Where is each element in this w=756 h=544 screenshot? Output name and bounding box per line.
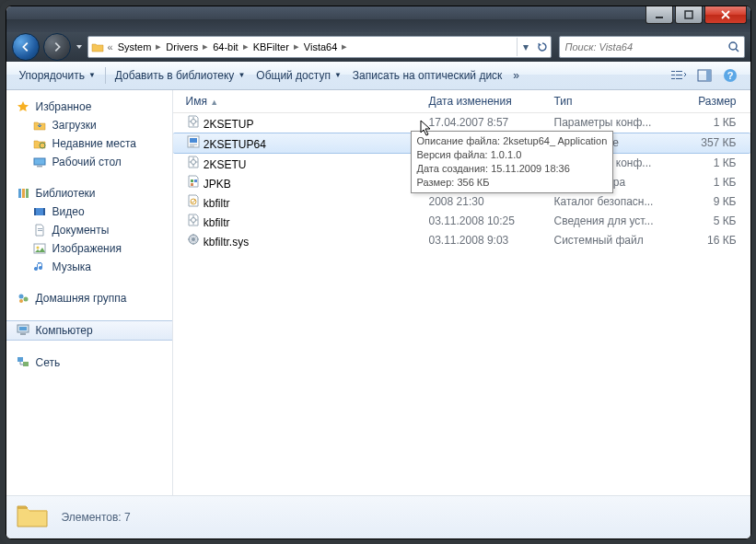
computer-header[interactable]: Компьютер xyxy=(6,320,172,341)
add-to-library-menu[interactable]: Добавить в библиотеку▼ xyxy=(110,69,250,82)
downloads-icon xyxy=(32,118,47,133)
svg-rect-20 xyxy=(34,208,36,215)
svg-rect-0 xyxy=(656,17,663,18)
svg-rect-6 xyxy=(676,75,682,75)
homegroup-icon xyxy=(16,291,30,306)
sidebar-item-desktop[interactable]: Рабочий стол xyxy=(6,153,172,171)
favorites-header[interactable]: Избранное xyxy=(6,98,172,116)
svg-rect-36 xyxy=(190,138,197,143)
explorer-window: « System▸ Drivers▸ 64-bit▸ KBFilter▸ Vis… xyxy=(6,6,751,539)
status-text: Элементов: 7 xyxy=(62,511,131,524)
file-size: 16 КБ xyxy=(672,234,744,247)
file-type: Системный файл xyxy=(547,234,672,247)
address-bar[interactable]: « System▸ Drivers▸ 64-bit▸ KBFilter▸ Vis… xyxy=(87,36,552,58)
search-box[interactable] xyxy=(559,36,745,58)
organize-menu[interactable]: Упорядочить▼ xyxy=(14,69,101,82)
file-name: 2KSETUP xyxy=(204,118,254,131)
burn-button[interactable]: Записать на оптический диск xyxy=(347,69,508,82)
desktop-icon xyxy=(32,155,47,169)
minimize-button[interactable] xyxy=(646,6,673,24)
search-icon[interactable] xyxy=(724,41,744,53)
column-date[interactable]: Дата изменения xyxy=(422,95,547,108)
libraries-icon xyxy=(16,186,30,201)
file-row[interactable]: kbfiltr2008 21:30Каталог безопасн...9 КБ xyxy=(173,192,750,212)
toolbar-overflow[interactable]: » xyxy=(507,69,525,82)
sidebar-item-videos[interactable]: Видео xyxy=(6,203,172,221)
breadcrumb-item[interactable]: Vista64 xyxy=(300,41,342,52)
libraries-header[interactable]: Библиотеки xyxy=(6,184,172,203)
file-row[interactable]: kbfiltr.sys03.11.2008 9:03Системный файл… xyxy=(173,231,750,250)
column-name[interactable]: Имя ▲ xyxy=(179,95,422,108)
folder-icon xyxy=(16,501,49,534)
svg-point-44 xyxy=(192,237,195,241)
breadcrumb: « System▸ Drivers▸ 64-bit▸ KBFilter▸ Vis… xyxy=(107,41,517,52)
share-menu[interactable]: Общий доступ▼ xyxy=(250,69,347,82)
file-name: 2KSETUP64 xyxy=(204,138,266,151)
nav-pane[interactable]: Избранное Загрузки Недавние места Рабочи… xyxy=(6,90,173,495)
chevron-right-icon[interactable]: « xyxy=(107,41,114,52)
svg-point-28 xyxy=(19,299,23,303)
svg-rect-32 xyxy=(17,357,23,362)
chevron-right-icon[interactable]: ▸ xyxy=(293,41,300,52)
chevron-right-icon[interactable]: ▸ xyxy=(242,41,250,52)
computer-icon xyxy=(16,323,30,338)
back-button[interactable] xyxy=(12,33,40,61)
video-icon xyxy=(32,204,47,219)
svg-rect-7 xyxy=(671,78,675,79)
sidebar-item-music[interactable]: Музыка xyxy=(6,258,172,276)
file-name: kbfiltr xyxy=(204,216,230,229)
view-options-button[interactable] xyxy=(668,64,690,87)
file-icon xyxy=(186,213,201,227)
breadcrumb-item[interactable]: Drivers xyxy=(162,41,202,52)
sidebar-item-documents[interactable]: Документы xyxy=(6,221,172,239)
file-size: 1 КБ xyxy=(672,156,744,169)
sidebar-item-recent[interactable]: Недавние места xyxy=(6,134,172,153)
svg-rect-21 xyxy=(43,208,45,215)
file-date: 2008 21:30 xyxy=(422,195,547,208)
breadcrumb-item[interactable]: 64-bit xyxy=(209,41,242,52)
column-type[interactable]: Тип xyxy=(547,95,672,108)
chevron-right-icon[interactable]: ▸ xyxy=(155,41,162,52)
file-icon xyxy=(186,193,201,208)
close-button[interactable] xyxy=(704,6,747,24)
svg-rect-31 xyxy=(20,333,26,335)
address-dropdown-button[interactable]: ▾ xyxy=(518,38,534,56)
file-name: JPKB xyxy=(204,178,231,191)
preview-pane-button[interactable] xyxy=(693,64,715,87)
search-input[interactable] xyxy=(560,41,724,52)
svg-rect-3 xyxy=(671,71,675,72)
network-header[interactable]: Сеть xyxy=(6,353,172,372)
column-size[interactable]: Размер xyxy=(672,95,744,108)
file-type: Сведения для уст... xyxy=(547,214,672,227)
sidebar-item-pictures[interactable]: Изображения xyxy=(6,239,172,258)
pictures-icon xyxy=(32,241,47,256)
nav-history-dropdown-icon[interactable] xyxy=(75,41,84,53)
navbar: « System▸ Drivers▸ 64-bit▸ KBFilter▸ Vis… xyxy=(6,32,750,62)
breadcrumb-item[interactable]: System xyxy=(114,41,156,52)
svg-rect-38 xyxy=(191,179,193,182)
sidebar-item-downloads[interactable]: Загрузки xyxy=(6,116,172,134)
music-icon xyxy=(32,260,47,274)
file-name: kbfiltr xyxy=(204,197,230,210)
refresh-button[interactable] xyxy=(534,38,551,56)
svg-rect-1 xyxy=(685,11,692,18)
breadcrumb-item[interactable]: KBFilter xyxy=(250,41,293,52)
svg-rect-15 xyxy=(37,166,42,168)
file-row[interactable]: 2KSETUP17.04.2007 8:57Параметры конф...1… xyxy=(173,113,750,133)
titlebar[interactable] xyxy=(6,6,750,32)
file-tooltip: Описание файла: 2ksetup64_ Application В… xyxy=(411,131,614,193)
svg-rect-39 xyxy=(194,179,197,182)
chevron-right-icon[interactable]: ▸ xyxy=(202,41,209,52)
chevron-right-icon[interactable]: ▸ xyxy=(341,41,348,52)
status-bar: Элементов: 7 xyxy=(6,495,750,538)
file-row[interactable]: kbfiltr03.11.2008 10:25Сведения для уст.… xyxy=(173,212,750,231)
forward-button[interactable] xyxy=(43,33,71,61)
svg-text:?: ? xyxy=(727,70,733,81)
recent-icon xyxy=(32,136,47,151)
help-button[interactable]: ? xyxy=(719,64,741,87)
file-name: 2KSETU xyxy=(204,158,247,171)
svg-point-25 xyxy=(36,246,39,249)
homegroup-header[interactable]: Домашняя группа xyxy=(6,289,172,307)
file-size: 1 КБ xyxy=(672,176,744,189)
maximize-button[interactable] xyxy=(675,6,703,24)
